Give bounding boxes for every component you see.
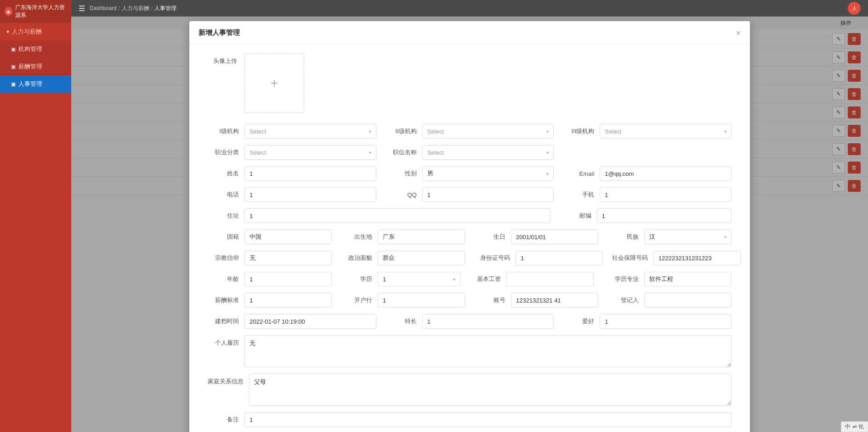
nationality-row: 国籍 出生地 生日 民族 — [208, 230, 732, 244]
chevron-down-icon: ▾ — [6, 28, 9, 35]
modal-dialog: 新增人事管理 × 头像上传 + I级机构 — [189, 21, 750, 432]
bank-input[interactable] — [378, 293, 465, 308]
salary-icon: ▣ — [11, 64, 16, 70]
sidebar-item-label: 机构管理 — [18, 45, 42, 53]
name-input[interactable] — [244, 166, 376, 181]
level3-org-select[interactable]: Select ▾ — [600, 124, 732, 139]
logo-icon: ◉ — [5, 7, 12, 16]
level1-org-select[interactable]: Select ▾ — [244, 124, 376, 139]
salary-row: 薪酬标准 开户行 账号 登记人 — [208, 293, 732, 308]
specialty-input[interactable] — [422, 314, 554, 329]
remarks-input[interactable] — [244, 412, 732, 427]
account-input[interactable] — [511, 293, 598, 308]
gender-label: 性别 — [386, 169, 422, 178]
recorder-label: 登记人 — [607, 296, 644, 304]
status-label: 中 ⇌ 化 — [845, 423, 864, 430]
topbar: ☰ Dashboard / 人力与薪酬 / 人事管理 人 — [71, 0, 868, 17]
archive-time-input[interactable] — [244, 314, 376, 329]
phone-label: 电话 — [208, 191, 244, 199]
hr-icon: ▣ — [11, 81, 16, 87]
job-category-label: 职业分类 — [208, 148, 244, 157]
avatar-upload-box[interactable]: + — [244, 53, 304, 113]
salary-standard-input[interactable] — [244, 293, 332, 308]
ethnicity-select[interactable]: 汉 ▾ — [644, 230, 732, 244]
political-label: 政治面貌 — [341, 254, 378, 262]
social-security-label: 社会保障号码 — [612, 254, 653, 262]
id-card-input[interactable] — [516, 251, 603, 265]
qq-input[interactable] — [422, 187, 554, 202]
education-select[interactable]: 1 ▾ — [378, 272, 460, 286]
social-security-input[interactable] — [653, 251, 741, 265]
religion-input[interactable] — [244, 251, 332, 265]
mobile-input[interactable] — [600, 187, 732, 202]
breadcrumb-dashboard[interactable]: Dashboard — [90, 5, 117, 11]
job-category-value: Select — [250, 149, 266, 156]
modal-overlay: 新增人事管理 × 头像上传 + I级机构 — [71, 17, 868, 432]
family-info-textarea[interactable]: 父母 — [249, 374, 732, 406]
remarks-group: 备注 — [208, 412, 732, 427]
postcode-input[interactable] — [597, 208, 732, 223]
job-title-select[interactable]: Select ▾ — [422, 145, 554, 160]
email-group: Email — [563, 166, 732, 181]
education-major-label: 学历专业 — [603, 275, 644, 283]
sidebar-item-org[interactable]: ▣ 机构管理 — [0, 40, 71, 58]
avatar-label: 头像上传 — [208, 53, 244, 65]
phone-input[interactable] — [244, 187, 376, 202]
job-title-value: Select — [427, 149, 444, 156]
personal-history-group: 个人履历 无 — [208, 335, 732, 367]
level3-org-group: III级机构 Select ▾ — [563, 124, 732, 139]
salary-standard-group: 薪酬标准 — [208, 293, 332, 308]
personal-history-label: 个人履历 — [208, 335, 244, 347]
birthplace-input[interactable] — [378, 230, 465, 244]
birthday-group: 生日 — [474, 230, 598, 244]
user-avatar[interactable]: 人 — [848, 2, 861, 15]
archive-time-label: 建档时间 — [208, 317, 244, 325]
level1-org-label: I级机构 — [208, 127, 244, 135]
gender-group: 性别 男 ▾ — [386, 166, 554, 181]
modal-close-button[interactable]: × — [736, 29, 741, 37]
level1-org-value: Select — [250, 128, 266, 135]
avatar-plus-icon: + — [271, 76, 278, 90]
base-salary-label: 基本工资 — [470, 275, 506, 283]
org-row: I级机构 Select ▾ II级机构 Select ▾ — [208, 124, 732, 139]
chevron-down-icon: ▾ — [369, 150, 371, 155]
email-input[interactable] — [600, 166, 732, 181]
ethnicity-group: 民族 汉 ▾ — [607, 230, 732, 244]
political-input[interactable] — [378, 251, 465, 265]
chevron-down-icon: ▾ — [724, 129, 726, 134]
nationality-input[interactable] — [244, 230, 332, 244]
chevron-down-icon: ▾ — [546, 171, 549, 176]
phone-group: 电话 — [208, 187, 376, 202]
age-input[interactable] — [244, 272, 332, 286]
name-label: 姓名 — [208, 169, 244, 178]
sidebar-section-hr[interactable]: ▾ 人力与薪酬 — [0, 23, 71, 40]
age-group: 年龄 — [208, 272, 332, 286]
personal-history-textarea[interactable]: 无 — [244, 335, 732, 367]
sidebar-item-hr[interactable]: ▣ 人事管理 — [0, 75, 71, 93]
job-category-select[interactable]: Select ▾ — [244, 145, 376, 160]
hobby-input[interactable] — [600, 314, 732, 329]
remarks-row: 备注 — [208, 412, 732, 427]
bank-group: 开户行 — [341, 293, 465, 308]
breadcrumb-hr[interactable]: 人力与薪酬 — [122, 5, 149, 12]
chevron-down-icon: ▾ — [724, 235, 726, 240]
education-label: 学历 — [341, 275, 378, 283]
breadcrumb: Dashboard / 人力与薪酬 / 人事管理 — [90, 5, 843, 12]
education-major-input[interactable] — [644, 272, 732, 286]
religion-row: 宗教信仰 政治面貌 身份证号码 社会保障号码 — [208, 251, 732, 265]
main-area: ☰ Dashboard / 人力与薪酬 / 人事管理 人 操作 ✎ 🗑 ✎ — [71, 0, 868, 432]
base-salary-input[interactable] — [506, 272, 594, 286]
menu-icon[interactable]: ☰ — [79, 4, 85, 13]
recorder-input[interactable] — [644, 293, 732, 308]
ethnicity-label: 民族 — [607, 233, 644, 241]
name-row: 姓名 性别 男 ▾ Email — [208, 166, 732, 181]
sidebar-item-salary[interactable]: ▣ 薪酬管理 — [0, 58, 71, 75]
level2-org-value: Select — [427, 128, 444, 135]
birthday-input[interactable] — [511, 230, 598, 244]
address-input[interactable] — [244, 208, 551, 223]
gender-select[interactable]: 男 ▾ — [422, 166, 554, 181]
birthplace-group: 出生地 — [341, 230, 465, 244]
content-area: 操作 ✎ 🗑 ✎ 🗑 ✎ 🗑 ✎ 🗑 — [71, 17, 868, 432]
ethnicity-value: 汉 — [649, 233, 655, 241]
level2-org-select[interactable]: Select ▾ — [422, 124, 554, 139]
